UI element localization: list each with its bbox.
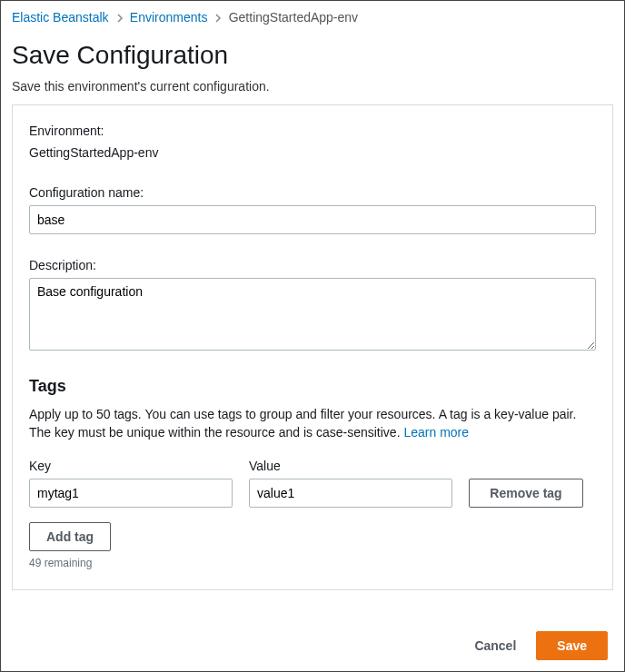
description-textarea[interactable] [29, 278, 596, 351]
tags-description-text: Apply up to 50 tags. You can use tags to… [29, 407, 576, 440]
chevron-right-icon [211, 12, 228, 25]
chevron-right-icon [113, 12, 130, 25]
tags-title: Tags [29, 377, 596, 396]
breadcrumb-environments[interactable]: Environments [130, 10, 208, 25]
tags-remaining: 49 remaining [29, 557, 596, 569]
page-title: Save Configuration [1, 35, 624, 75]
tag-value-input[interactable] [249, 479, 452, 508]
description-field: Description: [29, 258, 596, 353]
tag-value-column: Value [249, 459, 452, 508]
tag-key-label: Key [29, 459, 233, 473]
config-name-field: Configuration name: [29, 185, 596, 234]
breadcrumb: Elastic Beanstalk Environments GettingSt… [1, 1, 624, 35]
environment-value: GettingStartedApp-env [29, 145, 596, 160]
learn-more-link[interactable]: Learn more [403, 425, 469, 440]
tag-key-column: Key [29, 459, 233, 508]
config-name-label: Configuration name: [29, 185, 596, 200]
page-subtitle: Save this environment's current configur… [1, 75, 624, 103]
remove-tag-button[interactable]: Remove tag [469, 479, 583, 508]
add-tag-button[interactable]: Add tag [29, 522, 111, 551]
environment-label: Environment: [29, 124, 596, 138]
config-panel: Environment: GettingStartedApp-env Confi… [12, 104, 613, 590]
save-button[interactable]: Save [536, 631, 608, 660]
tags-description: Apply up to 50 tags. You can use tags to… [29, 405, 596, 442]
breadcrumb-current: GettingStartedApp-env [229, 10, 358, 25]
breadcrumb-elastic-beanstalk[interactable]: Elastic Beanstalk [12, 10, 109, 25]
footer-actions: Cancel Save [465, 631, 608, 660]
description-label: Description: [29, 258, 596, 272]
tag-value-label: Value [249, 459, 452, 473]
cancel-button[interactable]: Cancel [465, 633, 525, 658]
tag-row: Key Value Remove tag [29, 459, 596, 508]
config-name-input[interactable] [29, 205, 596, 234]
tag-key-input[interactable] [29, 479, 233, 508]
